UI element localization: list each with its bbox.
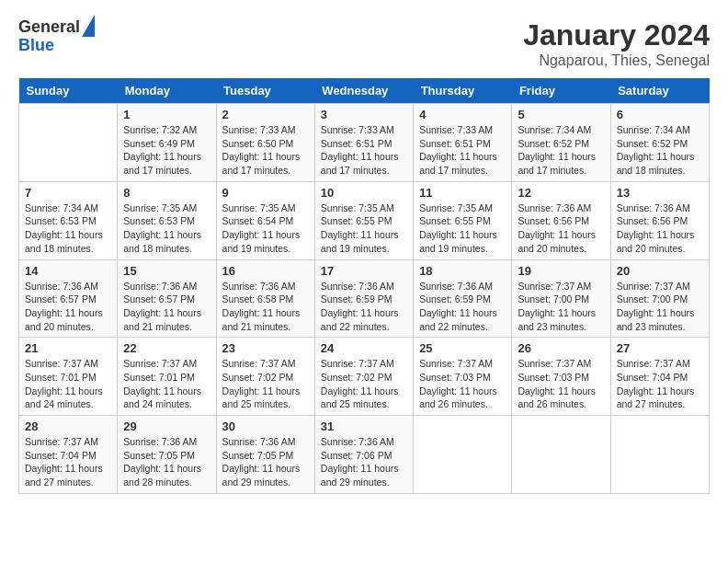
calendar-cell: 12Sunrise: 7:36 AMSunset: 6:56 PMDayligh…	[512, 181, 610, 259]
calendar-cell: 31Sunrise: 7:36 AMSunset: 7:06 PMDayligh…	[314, 416, 413, 494]
week-row-4: 21Sunrise: 7:37 AMSunset: 7:01 PMDayligh…	[19, 338, 710, 416]
calendar-cell: 17Sunrise: 7:36 AMSunset: 6:59 PMDayligh…	[314, 259, 413, 338]
day-number: 12	[518, 186, 604, 200]
header-wednesday: Wednesday	[314, 78, 413, 104]
day-number: 28	[25, 419, 111, 433]
day-number: 24	[321, 341, 407, 355]
calendar-cell: 28Sunrise: 7:37 AMSunset: 7:04 PMDayligh…	[19, 416, 118, 494]
calendar-table: SundayMondayTuesdayWednesdayThursdayFrid…	[18, 78, 710, 494]
day-number: 22	[123, 341, 210, 355]
calendar-cell	[414, 416, 512, 494]
header-row: SundayMondayTuesdayWednesdayThursdayFrid…	[19, 78, 710, 104]
calendar-cell: 10Sunrise: 7:35 AMSunset: 6:55 PMDayligh…	[314, 181, 413, 259]
day-info: Sunrise: 7:35 AMSunset: 6:53 PMDaylight:…	[123, 201, 210, 256]
day-info: Sunrise: 7:36 AMSunset: 6:56 PMDaylight:…	[518, 201, 604, 256]
calendar-cell: 7Sunrise: 7:34 AMSunset: 6:53 PMDaylight…	[19, 181, 118, 259]
day-number: 18	[419, 264, 506, 278]
day-info: Sunrise: 7:33 AMSunset: 6:50 PMDaylight:…	[222, 123, 309, 178]
week-row-2: 7Sunrise: 7:34 AMSunset: 6:53 PMDaylight…	[19, 181, 710, 259]
calendar-body: 1Sunrise: 7:32 AMSunset: 6:49 PMDaylight…	[19, 104, 710, 494]
day-info: Sunrise: 7:35 AMSunset: 6:55 PMDaylight:…	[321, 201, 407, 256]
day-number: 31	[321, 419, 407, 433]
calendar-cell: 26Sunrise: 7:37 AMSunset: 7:03 PMDayligh…	[512, 338, 610, 416]
day-info: Sunrise: 7:32 AMSunset: 6:49 PMDaylight:…	[123, 123, 210, 178]
day-info: Sunrise: 7:37 AMSunset: 7:03 PMDaylight:…	[518, 357, 604, 411]
calendar-cell: 19Sunrise: 7:37 AMSunset: 7:00 PMDayligh…	[512, 259, 610, 338]
logo: General Blue	[18, 18, 95, 55]
day-number: 9	[222, 186, 309, 200]
calendar-cell	[512, 416, 610, 494]
calendar-cell: 9Sunrise: 7:35 AMSunset: 6:54 PMDaylight…	[216, 181, 314, 259]
calendar-cell: 24Sunrise: 7:37 AMSunset: 7:02 PMDayligh…	[314, 338, 413, 416]
calendar-cell	[610, 416, 709, 494]
logo-line1: General	[18, 18, 80, 37]
day-info: Sunrise: 7:37 AMSunset: 7:01 PMDaylight:…	[123, 357, 210, 411]
day-info: Sunrise: 7:37 AMSunset: 7:01 PMDaylight:…	[25, 357, 111, 411]
calendar-cell: 21Sunrise: 7:37 AMSunset: 7:01 PMDayligh…	[19, 338, 118, 416]
day-info: Sunrise: 7:36 AMSunset: 7:05 PMDaylight:…	[222, 435, 309, 489]
day-info: Sunrise: 7:34 AMSunset: 6:52 PMDaylight:…	[518, 123, 604, 178]
day-number: 26	[518, 341, 604, 355]
day-info: Sunrise: 7:36 AMSunset: 6:56 PMDaylight:…	[617, 201, 703, 256]
day-number: 16	[222, 264, 309, 278]
day-info: Sunrise: 7:33 AMSunset: 6:51 PMDaylight:…	[419, 123, 506, 178]
calendar-cell: 30Sunrise: 7:36 AMSunset: 7:05 PMDayligh…	[216, 416, 314, 494]
calendar-cell: 1Sunrise: 7:32 AMSunset: 6:49 PMDaylight…	[118, 104, 216, 182]
day-number: 3	[321, 108, 407, 121]
logo-line2: Blue	[18, 37, 95, 55]
header-friday: Friday	[512, 78, 610, 104]
day-info: Sunrise: 7:36 AMSunset: 7:06 PMDaylight:…	[321, 435, 407, 489]
day-number: 7	[25, 186, 111, 200]
day-number: 20	[617, 264, 703, 278]
calendar-header: SundayMondayTuesdayWednesdayThursdayFrid…	[19, 78, 710, 104]
day-info: Sunrise: 7:35 AMSunset: 6:55 PMDaylight:…	[419, 201, 506, 256]
day-number: 14	[25, 264, 111, 278]
day-number: 10	[321, 186, 407, 200]
calendar-cell: 2Sunrise: 7:33 AMSunset: 6:50 PMDaylight…	[216, 104, 314, 182]
calendar-cell: 20Sunrise: 7:37 AMSunset: 7:00 PMDayligh…	[610, 259, 709, 338]
week-row-1: 1Sunrise: 7:32 AMSunset: 6:49 PMDaylight…	[19, 104, 710, 182]
day-info: Sunrise: 7:37 AMSunset: 7:00 PMDaylight:…	[617, 280, 703, 334]
week-row-3: 14Sunrise: 7:36 AMSunset: 6:57 PMDayligh…	[19, 259, 710, 338]
calendar-cell: 4Sunrise: 7:33 AMSunset: 6:51 PMDaylight…	[414, 104, 512, 182]
day-info: Sunrise: 7:33 AMSunset: 6:51 PMDaylight:…	[321, 123, 407, 178]
day-info: Sunrise: 7:37 AMSunset: 7:02 PMDaylight:…	[321, 357, 407, 411]
day-number: 29	[123, 419, 210, 433]
day-number: 8	[123, 186, 210, 200]
day-info: Sunrise: 7:36 AMSunset: 6:59 PMDaylight:…	[419, 280, 506, 334]
day-info: Sunrise: 7:35 AMSunset: 6:54 PMDaylight:…	[222, 201, 309, 256]
day-number: 21	[25, 341, 111, 355]
header-tuesday: Tuesday	[216, 78, 314, 104]
calendar-subtitle: Ngaparou, Thies, Senegal	[523, 52, 710, 69]
day-number: 25	[419, 341, 506, 355]
calendar-cell: 5Sunrise: 7:34 AMSunset: 6:52 PMDaylight…	[512, 104, 610, 182]
day-info: Sunrise: 7:37 AMSunset: 7:04 PMDaylight:…	[617, 357, 703, 411]
day-number: 1	[123, 108, 210, 121]
day-number: 11	[419, 186, 506, 200]
calendar-cell: 8Sunrise: 7:35 AMSunset: 6:53 PMDaylight…	[118, 181, 216, 259]
page-header: General Blue January 2024 Ngaparou, Thie…	[18, 18, 710, 69]
day-number: 23	[222, 341, 309, 355]
calendar-cell: 13Sunrise: 7:36 AMSunset: 6:56 PMDayligh…	[610, 181, 709, 259]
day-number: 4	[419, 108, 506, 121]
calendar-cell	[19, 104, 118, 182]
day-number: 19	[518, 264, 604, 278]
calendar-cell: 29Sunrise: 7:36 AMSunset: 7:05 PMDayligh…	[118, 416, 216, 494]
title-block: January 2024 Ngaparou, Thies, Senegal	[523, 18, 710, 69]
day-number: 5	[518, 108, 604, 121]
day-info: Sunrise: 7:37 AMSunset: 7:04 PMDaylight:…	[25, 435, 111, 489]
calendar-cell: 14Sunrise: 7:36 AMSunset: 6:57 PMDayligh…	[19, 259, 118, 338]
day-info: Sunrise: 7:36 AMSunset: 6:59 PMDaylight:…	[321, 280, 407, 334]
calendar-cell: 11Sunrise: 7:35 AMSunset: 6:55 PMDayligh…	[414, 181, 512, 259]
header-thursday: Thursday	[414, 78, 512, 104]
calendar-cell: 16Sunrise: 7:36 AMSunset: 6:58 PMDayligh…	[216, 259, 314, 338]
calendar-cell: 27Sunrise: 7:37 AMSunset: 7:04 PMDayligh…	[610, 338, 709, 416]
day-info: Sunrise: 7:36 AMSunset: 6:57 PMDaylight:…	[25, 280, 111, 334]
calendar-cell: 22Sunrise: 7:37 AMSunset: 7:01 PMDayligh…	[118, 338, 216, 416]
calendar-title: January 2024	[523, 18, 710, 52]
header-monday: Monday	[118, 78, 216, 104]
day-info: Sunrise: 7:37 AMSunset: 7:03 PMDaylight:…	[419, 357, 506, 411]
day-number: 15	[123, 264, 210, 278]
day-number: 17	[321, 264, 407, 278]
header-sunday: Sunday	[19, 78, 118, 104]
